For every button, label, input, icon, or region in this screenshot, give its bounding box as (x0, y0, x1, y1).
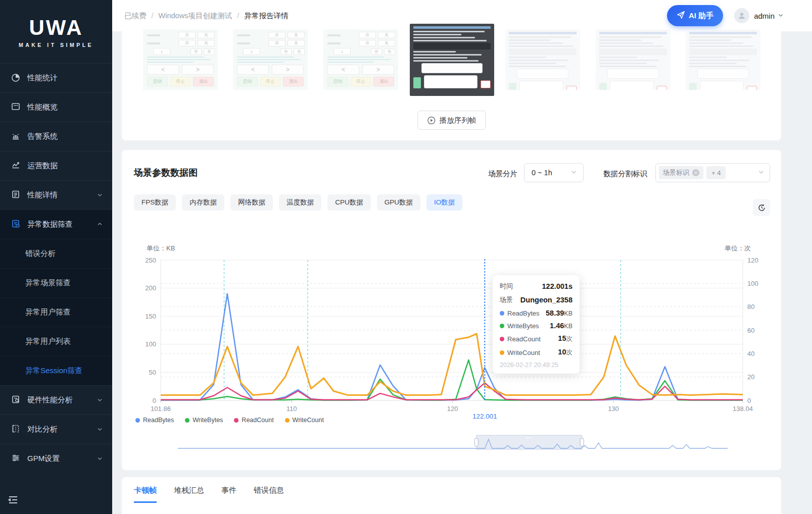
avatar[interactable] (734, 8, 749, 23)
data-split-select[interactable]: 场景标识 × + 4 (655, 163, 770, 182)
sidebar-item-GPM设置[interactable]: GPM设置 (0, 444, 112, 473)
sidebar-item-性能详情[interactable]: 性能详情 (0, 180, 112, 210)
metric-chip-内存数据[interactable]: 内存数据 (182, 194, 224, 211)
metric-chip-FPS数据[interactable]: FPS数据 (134, 194, 176, 211)
svg-text:40: 40 (747, 350, 754, 357)
series-dot (500, 311, 504, 316)
frame-thumbnail[interactable]: 开关 开关 1开关 <> 启动停止退出 (323, 29, 398, 90)
compare-icon (11, 424, 20, 435)
breadcrumb-item[interactable]: 已续费 (124, 11, 147, 21)
datazoom-handle-left (474, 438, 478, 446)
legend-dot (285, 418, 290, 423)
send-icon (677, 11, 685, 21)
split-more-tag[interactable]: + 4 (706, 166, 726, 179)
sidebar-item-硬件性能分析[interactable]: 硬件性能分析 (0, 385, 112, 415)
frame-thumbnail-selected[interactable] (410, 24, 494, 96)
sidebar: UWA MAKE IT SIMPLE 性能统计性能概览告警系统运营数据性能详情异… (0, 0, 112, 514)
tab-错误信息[interactable]: 错误信息 (254, 486, 284, 503)
tab-卡顿帧[interactable]: 卡顿帧 (134, 486, 157, 503)
chart-legend: ReadBytesWriteBytesReadCountWriteCount (135, 417, 324, 424)
chevron-up-icon (97, 220, 103, 229)
selected-time-label: 122.001 (472, 413, 497, 420)
tab-堆栈汇总[interactable]: 堆栈汇总 (174, 486, 204, 503)
breadcrumb-item[interactable]: Windows项目创建测试 (159, 11, 232, 21)
legend-item-ReadBytes[interactable]: ReadBytes (135, 417, 174, 424)
tooltip-scene-label: 场景 (500, 295, 513, 304)
sidebar-item-label: 告警系统 (27, 132, 103, 141)
legend-label: ReadBytes (143, 417, 174, 424)
tooltip-scene-value: Dungeon_2358 (520, 296, 572, 304)
user-chevron-down-icon[interactable] (778, 11, 784, 20)
split-tag[interactable]: 场景标识 × (659, 166, 703, 179)
svg-text:20: 20 (747, 373, 754, 381)
ai-assistant-button[interactable]: AI 助手 (667, 5, 723, 26)
sidebar-subitem-异常用户列表[interactable]: 异常用户列表 (0, 327, 112, 356)
sidebar-item-性能统计[interactable]: 性能统计 (0, 63, 112, 92)
overview-icon (11, 102, 20, 113)
next-frame-icon: > (362, 65, 394, 75)
split-tag-label: 场景标识 (663, 168, 689, 177)
sidebar-subitem-异常场景筛查[interactable]: 异常场景筛查 (0, 268, 112, 297)
metric-chip-IO数据[interactable]: IO数据 (426, 194, 462, 211)
play-sequence-button[interactable]: 播放序列帧 (417, 111, 486, 130)
remove-tag-icon[interactable]: × (692, 169, 699, 176)
metric-chips: FPS数据内存数据网络数据温度数据CPU数据GPU数据IO数据 (134, 194, 462, 211)
sidebar-item-label: 性能详情 (27, 190, 97, 200)
restore-zoom-button[interactable] (753, 199, 770, 216)
sidebar-item-对比分析[interactable]: 对比分析 (0, 415, 112, 444)
tooltip-time-value: 122.001s (542, 282, 572, 290)
legend-item-WriteBytes[interactable]: WriteBytes (185, 417, 223, 424)
chevron-down-icon (570, 169, 577, 177)
logo-text: UWA (0, 17, 112, 38)
chart-tooltip: 时间 122.001s 场景 Dungeon_2358 ReadBytes58.… (493, 275, 580, 374)
datazoom-slider[interactable] (161, 433, 743, 454)
sidebar-item-label: 性能统计 (27, 73, 103, 83)
legend-dot (185, 418, 189, 423)
svg-text:250: 250 (145, 256, 156, 264)
series-dot (500, 324, 504, 328)
sidebar-subitem-label: 异常用户筛查 (25, 307, 71, 317)
sidebar-item-运营数据[interactable]: 运营数据 (0, 151, 112, 180)
username[interactable]: admin (754, 12, 775, 20)
trend-icon (11, 161, 20, 171)
legend-label: ReadCount (242, 417, 273, 424)
scene-slice-select[interactable]: 0 ~ 1h (524, 163, 584, 182)
sidebar-item-异常数据筛查[interactable]: 异常数据筛查 (0, 210, 112, 239)
sidebar-subitem-错误分析[interactable]: 错误分析 (0, 239, 112, 268)
frame-thumbnail[interactable] (596, 29, 671, 90)
next-frame-icon: > (182, 65, 214, 75)
collapse-sidebar-icon[interactable] (7, 494, 19, 506)
prev-frame-icon: < (147, 65, 179, 75)
breadcrumb-item: 异常报告详情 (244, 11, 288, 21)
tab-事件[interactable]: 事件 (221, 486, 236, 503)
scene-chart-card: 场景参数数据图 场景分片 0 ~ 1h 数据分割标识 场景标识 × + 4 FP… (122, 150, 781, 470)
metric-chip-网络数据[interactable]: 网络数据 (230, 194, 273, 211)
svg-text:50: 50 (149, 369, 156, 376)
frame-thumbnail[interactable] (686, 29, 760, 90)
sidebar-item-性能概览[interactable]: 性能概览 (0, 92, 112, 122)
metric-chip-温度数据[interactable]: 温度数据 (279, 194, 321, 211)
detail-tabs: 卡顿帧堆栈汇总事件错误信息 (134, 486, 284, 503)
tooltip-row-ReadCount: ReadCount15次 (500, 334, 572, 343)
sidebar-item-告警系统[interactable]: 告警系统 (0, 122, 112, 151)
legend-item-ReadCount[interactable]: ReadCount (234, 417, 273, 424)
frame-thumbnail[interactable] (505, 29, 580, 90)
tooltip-timestamp: 2026-02-27 20:49:25 (500, 362, 572, 369)
metric-chip-GPU数据[interactable]: GPU数据 (377, 194, 420, 211)
list-icon (11, 190, 20, 200)
legend-item-WriteCount[interactable]: WriteCount (285, 417, 324, 424)
svg-text:110: 110 (286, 405, 297, 413)
svg-text:130: 130 (608, 405, 619, 413)
sidebar-subitem-异常用户筛查[interactable]: 异常用户筛查 (0, 297, 112, 327)
frame-thumbnail[interactable]: 开关 开关 1开关 <> 启动停止退出 (233, 29, 308, 90)
sidebar-subitem-异常Session筛查[interactable]: 异常Session筛查 (0, 356, 112, 385)
scene-slice-value: 0 ~ 1h (532, 169, 552, 177)
sliders-icon (11, 453, 20, 464)
section-title: 场景参数数据图 (134, 167, 198, 179)
metric-chip-CPU数据[interactable]: CPU数据 (327, 194, 371, 211)
sidebar-nav: 性能统计性能概览告警系统运营数据性能详情异常数据筛查错误分析异常场景筛查异常用户… (0, 63, 112, 473)
frame-thumbnail[interactable]: 开关 开关 1开关 <> 启动停止退出 (143, 29, 218, 90)
sidebar-item-label: GPM设置 (27, 454, 97, 464)
tooltip-row-ReadBytes: ReadBytes58.39KB (500, 309, 572, 317)
user-icon (737, 11, 746, 20)
